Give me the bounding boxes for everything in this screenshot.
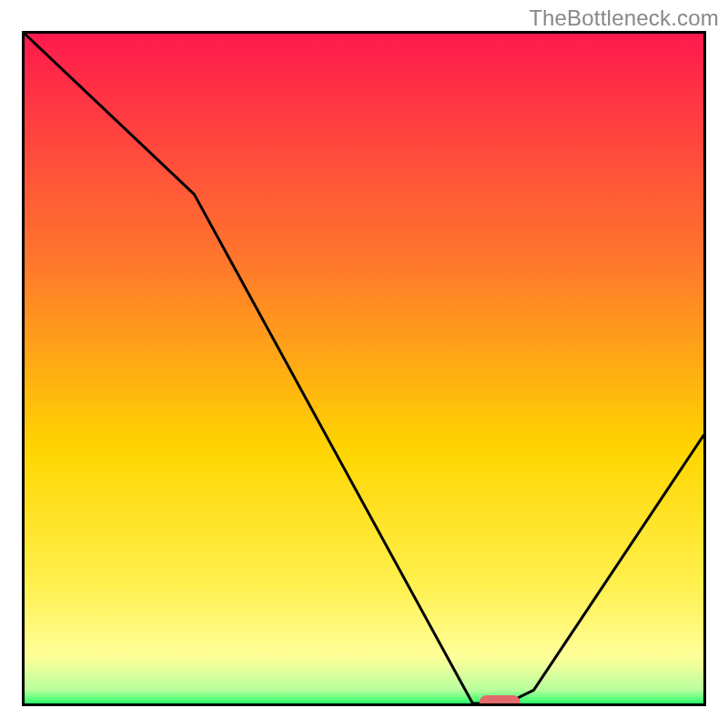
optimal-marker xyxy=(480,695,521,703)
chart-container: TheBottleneck.com xyxy=(0,0,728,728)
gradient-background xyxy=(25,34,703,703)
chart-plot-area xyxy=(22,31,706,706)
chart-svg xyxy=(25,34,703,703)
watermark: TheBottleneck.com xyxy=(529,5,719,31)
